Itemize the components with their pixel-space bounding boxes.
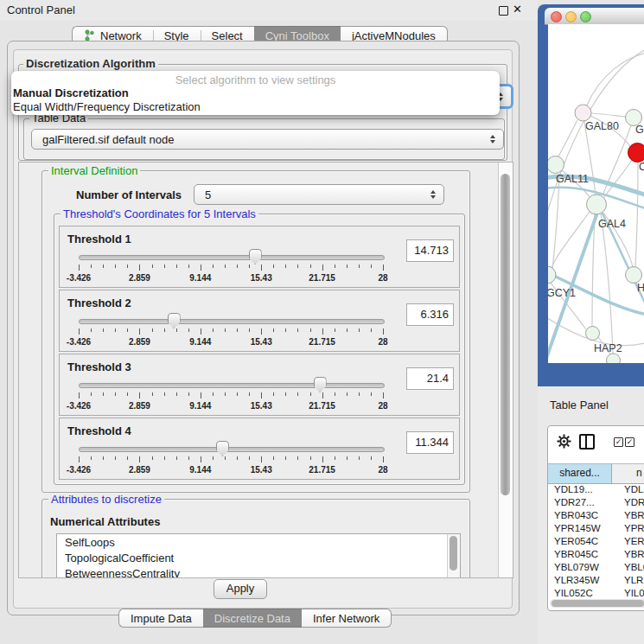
slider-track[interactable] [79,255,385,260]
table-row[interactable]: YBL079WYBL0 [548,561,644,574]
slider-tick-labels: -3.4262.8599.14415.4321.71528 [79,401,383,411]
attribute-item-selfloops[interactable]: SelfLoops [57,534,460,550]
attribute-item-betweennesscentrality[interactable]: BetweennessCentrality [57,565,460,578]
table-horizontal-scrollbar[interactable] [550,599,644,608]
table-row[interactable]: YBR045CYBR0 [548,548,644,561]
threshold-row-3: Threshold 3-3.4262.8599.14415.4321.71528… [59,354,460,416]
column-header-name[interactable]: n [612,464,644,483]
network-edge[interactable] [635,163,638,266]
cell-shared-name: YER054C [548,535,624,548]
thresholds-group-label: Threshold's Coordinates for 5 Intervals [61,208,258,220]
table-hscrollbar-thumb[interactable] [552,600,644,607]
threshold-value-field[interactable]: 21.4 [406,367,454,390]
numerical-attributes-list[interactable]: SelfLoopsTopologicalCoefficientBetweenne… [56,533,461,578]
slider-thumb[interactable] [216,441,229,456]
table-row[interactable]: YDR27...YDR2 [548,496,644,509]
slider-thumb[interactable] [168,313,181,328]
slider-thumb[interactable] [314,377,327,392]
tick-label: 15.43 [242,273,280,283]
tick-label: 21.715 [303,401,341,411]
list-scrollbar[interactable] [447,534,460,578]
threshold-row-1: Threshold 1-3.4262.8599.14415.4321.71528… [59,226,460,288]
table-row[interactable]: YPR145WYPR1 [548,522,644,535]
network-edge[interactable] [591,113,626,117]
network-node-gcy1[interactable] [548,266,556,284]
gear-icon[interactable] [557,434,571,449]
cyni-bottom-tabbar: Impute DataDiscretize DataInfer Network [118,609,392,628]
threshold-value-field[interactable]: 14.713 [406,239,454,262]
threshold-value-field[interactable]: 11.344 [406,431,454,454]
checked-checkbox-icon[interactable]: ✓ [614,437,623,447]
cell-name: YDR2 [624,496,644,509]
dropdown-option-equal-width-frequency[interactable]: Equal Width/Frequency Discretization [13,100,498,113]
network-node-h[interactable] [626,267,642,284]
threshold-label: Threshold 4 [67,424,131,437]
network-node-c[interactable] [628,143,644,163]
tab-impute-data[interactable]: Impute Data [118,609,203,628]
tab-label: Discretize Data [214,612,290,625]
float-window-icon[interactable] [499,6,508,16]
table-row[interactable]: YER054CYER0 [548,535,644,548]
zoom-traffic-light-icon[interactable] [580,11,591,22]
list-scrollbar-thumb[interactable] [450,536,457,571]
table-row[interactable]: YDL19...YDL1 [548,483,644,496]
slider-thumb[interactable] [249,249,262,265]
close-icon[interactable]: ✕ [513,3,522,16]
table-row[interactable]: YIL052CYIL0 [548,587,644,598]
network-node-hap2[interactable] [586,327,600,341]
threshold-label: Threshold 1 [67,233,131,245]
minimize-traffic-light-icon[interactable] [565,11,577,22]
cell-shared-name: YBL079W [548,561,624,574]
settings-vertical-scrollbar[interactable] [498,163,513,577]
interval-definition-group: Interval Definition Number of Intervals … [41,170,470,493]
cell-name: YDL1 [624,483,644,496]
tick-label: 9.144 [182,401,220,411]
table-row[interactable]: YBR043CYBR0 [548,509,644,522]
tick-label: -3.426 [60,273,98,283]
attribute-item-topologicalcoefficient[interactable]: TopologicalCoefficient [57,550,460,565]
network-view-window: GAL80GCGAL11GAL4GCY1HHAP2 [538,4,644,386]
control-panel-titlebar: Control Panel ✕ [0,0,538,21]
slider-ticks [79,265,383,271]
checked-checkbox-icon[interactable]: ✓ [625,437,634,447]
cell-shared-name: YPR145W [548,522,624,535]
network-node-gal4[interactable] [587,194,607,214]
column-header-shared-name[interactable]: shared... [548,464,612,483]
dropdown-option-manual-discretization[interactable]: Manual Discretization [13,86,498,99]
tab-label: Impute Data [131,612,192,625]
slider-track[interactable] [79,319,385,324]
network-node-gal11[interactable] [548,156,564,174]
tab-discretize-data[interactable]: Discretize Data [203,609,302,628]
discretization-algorithm-label: Discretization Algorithm [23,58,158,70]
cell-name: YPR1 [624,522,644,535]
settings-scrollbar-thumb[interactable] [501,174,510,495]
network-window-titlebar[interactable] [545,8,644,25]
tick-label: 28 [364,273,402,283]
close-traffic-light-icon[interactable] [551,11,562,22]
combo-stepper-icon [430,190,436,199]
tick-label: 21.715 [303,465,341,475]
tick-label: 9.144 [182,465,220,475]
threshold-value-field[interactable]: 6.316 [406,303,454,326]
slider-tick-labels: -3.4262.8599.14415.4321.71528 [79,465,383,475]
slider-track[interactable] [79,383,385,388]
network-node[interactable] [607,354,621,363]
table-row[interactable]: YLR345WYLR3 [548,574,644,587]
attributes-group: Attributes to discretize Numerical Attri… [41,499,470,578]
apply-button[interactable]: Apply [214,579,267,599]
number-of-intervals-combobox[interactable]: 5 [194,184,444,205]
tab-infer-network[interactable]: Infer Network [302,609,392,628]
tick-label: 28 [364,337,402,347]
network-edge[interactable] [601,214,613,354]
network-node-gal80[interactable] [575,105,591,121]
network-node-label: C [639,161,644,173]
tick-label: 28 [364,465,402,475]
network-edge[interactable] [587,53,644,105]
slider-track[interactable] [79,447,385,452]
cell-shared-name: YBR045C [548,548,624,561]
table-data-combobox[interactable]: galFiltered.sif default node [31,129,504,150]
column-selector-icon[interactable] [579,434,595,450]
tick-label: 15.43 [242,337,280,347]
tab-label: Infer Network [313,612,379,625]
network-canvas[interactable]: GAL80GCGAL11GAL4GCY1HHAP2 [548,24,644,363]
